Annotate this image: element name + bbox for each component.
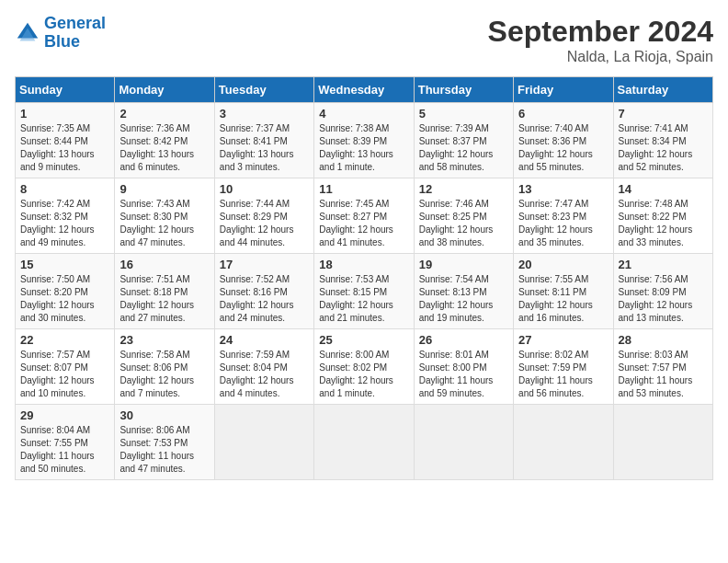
day-number: 1 — [20, 107, 109, 121]
day-number: 4 — [319, 107, 408, 121]
logo-text: General Blue — [44, 15, 106, 52]
day-number: 8 — [20, 182, 109, 196]
day-info: Sunrise: 7:47 AMSunset: 8:23 PMDaylight:… — [518, 198, 608, 249]
day-info: Sunrise: 7:57 AMSunset: 8:07 PMDaylight:… — [20, 349, 109, 400]
day-info: Sunrise: 7:40 AMSunset: 8:36 PMDaylight:… — [518, 122, 608, 174]
day-info: Sunrise: 7:42 AMSunset: 8:32 PMDaylight:… — [20, 198, 109, 249]
day-info: Sunrise: 7:38 AMSunset: 8:39 PMDaylight:… — [319, 122, 408, 174]
calendar-week-row: 15Sunrise: 7:50 AMSunset: 8:20 PMDayligh… — [16, 254, 713, 329]
day-number: 2 — [119, 107, 209, 121]
logo-line1: General — [44, 14, 106, 32]
weekday-header-thursday: Thursday — [414, 77, 513, 103]
logo-line2: Blue — [44, 32, 80, 51]
calendar-cell: 5Sunrise: 7:39 AMSunset: 8:37 PMDaylight… — [414, 103, 513, 178]
day-info: Sunrise: 7:39 AMSunset: 8:37 PMDaylight:… — [419, 122, 508, 174]
calendar-cell: 1Sunrise: 7:35 AMSunset: 8:44 PMDaylight… — [16, 103, 115, 178]
calendar-cell: 6Sunrise: 7:40 AMSunset: 8:36 PMDaylight… — [514, 103, 613, 178]
day-number: 5 — [419, 107, 508, 121]
day-info: Sunrise: 8:06 AMSunset: 7:53 PMDaylight:… — [119, 424, 209, 476]
day-info: Sunrise: 8:03 AMSunset: 7:57 PMDaylight:… — [619, 349, 708, 400]
calendar-cell: 27Sunrise: 8:02 AMSunset: 7:59 PMDayligh… — [514, 329, 613, 405]
weekday-header-friday: Friday — [514, 77, 613, 103]
day-info: Sunrise: 7:36 AMSunset: 8:42 PMDaylight:… — [119, 122, 209, 174]
calendar-cell: 23Sunrise: 7:58 AMSunset: 8:06 PMDayligh… — [115, 329, 214, 405]
day-number: 13 — [518, 182, 608, 196]
calendar-cell — [514, 405, 613, 480]
calendar-week-row: 1Sunrise: 7:35 AMSunset: 8:44 PMDaylight… — [16, 103, 713, 178]
calendar-cell: 20Sunrise: 7:55 AMSunset: 8:11 PMDayligh… — [514, 254, 613, 329]
page-header: General Blue September 2024 Nalda, La Ri… — [15, 15, 713, 65]
day-info: Sunrise: 8:02 AMSunset: 7:59 PMDaylight:… — [518, 349, 608, 400]
weekday-header-row: SundayMondayTuesdayWednesdayThursdayFrid… — [16, 77, 713, 103]
day-info: Sunrise: 7:58 AMSunset: 8:06 PMDaylight:… — [119, 349, 209, 400]
day-info: Sunrise: 7:35 AMSunset: 8:44 PMDaylight:… — [20, 122, 109, 174]
day-number: 27 — [518, 333, 608, 347]
calendar-cell: 8Sunrise: 7:42 AMSunset: 8:32 PMDaylight… — [16, 178, 115, 254]
day-number: 21 — [619, 258, 708, 271]
day-info: Sunrise: 7:55 AMSunset: 8:11 PMDaylight:… — [518, 273, 608, 325]
calendar-cell: 2Sunrise: 7:36 AMSunset: 8:42 PMDaylight… — [115, 103, 214, 178]
day-number: 26 — [419, 333, 508, 347]
day-info: Sunrise: 7:56 AMSunset: 8:09 PMDaylight:… — [619, 273, 708, 325]
calendar-cell: 7Sunrise: 7:41 AMSunset: 8:34 PMDaylight… — [613, 103, 712, 178]
weekday-header-monday: Monday — [115, 77, 214, 103]
calendar-week-row: 22Sunrise: 7:57 AMSunset: 8:07 PMDayligh… — [16, 329, 713, 405]
day-number: 17 — [220, 258, 309, 271]
day-number: 22 — [20, 333, 109, 347]
logo-icon — [15, 20, 40, 46]
calendar-cell — [414, 405, 513, 480]
day-number: 9 — [119, 182, 209, 196]
day-info: Sunrise: 8:01 AMSunset: 8:00 PMDaylight:… — [419, 349, 508, 400]
weekday-header-tuesday: Tuesday — [214, 77, 313, 103]
day-number: 25 — [319, 333, 408, 347]
day-number: 12 — [419, 182, 508, 196]
calendar-cell: 15Sunrise: 7:50 AMSunset: 8:20 PMDayligh… — [16, 254, 115, 329]
calendar-cell: 28Sunrise: 8:03 AMSunset: 7:57 PMDayligh… — [613, 329, 712, 405]
calendar-cell: 30Sunrise: 8:06 AMSunset: 7:53 PMDayligh… — [115, 405, 214, 480]
day-info: Sunrise: 7:51 AMSunset: 8:18 PMDaylight:… — [119, 273, 209, 325]
calendar-cell: 25Sunrise: 8:00 AMSunset: 8:02 PMDayligh… — [314, 329, 414, 405]
calendar-cell — [613, 405, 712, 480]
weekday-header-saturday: Saturday — [613, 77, 712, 103]
calendar-cell: 19Sunrise: 7:54 AMSunset: 8:13 PMDayligh… — [414, 254, 513, 329]
day-number: 11 — [319, 182, 408, 196]
calendar-cell: 14Sunrise: 7:48 AMSunset: 8:22 PMDayligh… — [613, 178, 712, 254]
calendar-cell: 3Sunrise: 7:37 AMSunset: 8:41 PMDaylight… — [214, 103, 313, 178]
day-info: Sunrise: 7:52 AMSunset: 8:16 PMDaylight:… — [220, 273, 309, 325]
day-info: Sunrise: 8:04 AMSunset: 7:55 PMDaylight:… — [20, 424, 109, 476]
calendar-cell: 4Sunrise: 7:38 AMSunset: 8:39 PMDaylight… — [314, 103, 414, 178]
day-info: Sunrise: 7:50 AMSunset: 8:20 PMDaylight:… — [20, 273, 109, 325]
day-number: 3 — [220, 107, 309, 121]
day-info: Sunrise: 7:44 AMSunset: 8:29 PMDaylight:… — [220, 198, 309, 249]
day-number: 28 — [619, 333, 708, 347]
day-number: 30 — [119, 408, 209, 422]
day-number: 19 — [419, 258, 508, 271]
day-number: 6 — [518, 107, 608, 121]
weekday-header-sunday: Sunday — [16, 77, 115, 103]
calendar-week-row: 8Sunrise: 7:42 AMSunset: 8:32 PMDaylight… — [16, 178, 713, 254]
location: Nalda, La Rioja, Spain — [488, 49, 713, 65]
calendar-cell: 29Sunrise: 8:04 AMSunset: 7:55 PMDayligh… — [16, 405, 115, 480]
day-info: Sunrise: 7:46 AMSunset: 8:25 PMDaylight:… — [419, 198, 508, 249]
calendar-cell: 13Sunrise: 7:47 AMSunset: 8:23 PMDayligh… — [514, 178, 613, 254]
calendar-cell: 11Sunrise: 7:45 AMSunset: 8:27 PMDayligh… — [314, 178, 414, 254]
day-number: 14 — [619, 182, 708, 196]
calendar-cell — [214, 405, 313, 480]
day-info: Sunrise: 7:54 AMSunset: 8:13 PMDaylight:… — [419, 273, 508, 325]
day-number: 16 — [119, 258, 209, 271]
calendar-cell: 10Sunrise: 7:44 AMSunset: 8:29 PMDayligh… — [214, 178, 313, 254]
day-info: Sunrise: 8:00 AMSunset: 8:02 PMDaylight:… — [319, 349, 408, 400]
weekday-header-wednesday: Wednesday — [314, 77, 414, 103]
day-number: 15 — [20, 258, 109, 271]
month-title: September 2024 — [488, 15, 713, 49]
day-info: Sunrise: 7:48 AMSunset: 8:22 PMDaylight:… — [619, 198, 708, 249]
day-number: 10 — [220, 182, 309, 196]
day-number: 20 — [518, 258, 608, 271]
day-number: 23 — [119, 333, 209, 347]
calendar-cell: 24Sunrise: 7:59 AMSunset: 8:04 PMDayligh… — [214, 329, 313, 405]
day-info: Sunrise: 7:43 AMSunset: 8:30 PMDaylight:… — [119, 198, 209, 249]
calendar-cell — [314, 405, 414, 480]
day-number: 29 — [20, 408, 109, 422]
calendar-cell: 21Sunrise: 7:56 AMSunset: 8:09 PMDayligh… — [613, 254, 712, 329]
calendar-table: SundayMondayTuesdayWednesdayThursdayFrid… — [15, 76, 713, 480]
